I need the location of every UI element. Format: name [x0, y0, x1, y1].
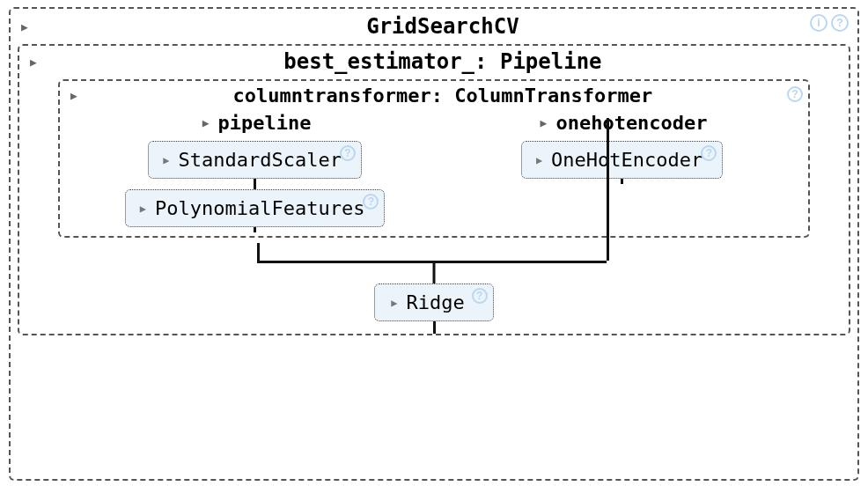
- gridsearch-title-row: ▶ GridSearchCV: [18, 14, 850, 39]
- pipeline-column: ▶ pipeline ▶ StandardScaler ? ▶ Polynomi…: [67, 112, 443, 232]
- expand-caret-icon[interactable]: ▶: [536, 154, 542, 166]
- gridsearchcv-block: i ? ▶ GridSearchCV ▶ best_estimator_: Pi…: [9, 7, 859, 481]
- expand-caret-icon[interactable]: ▶: [202, 116, 210, 129]
- expand-caret-icon[interactable]: ▶: [541, 116, 548, 129]
- standardscaler-box[interactable]: ▶ StandardScaler ?: [148, 141, 362, 179]
- columntransformer-block: ? ▶ columntransformer: ColumnTransformer…: [58, 79, 810, 238]
- best-estimator-title-row: ▶ best_estimator_: Pipeline: [26, 49, 842, 74]
- gridsearch-title: GridSearchCV: [35, 14, 850, 39]
- onehotencoder-column: ▶ onehotencoder ▶ OneHotEncoder ?: [443, 112, 801, 184]
- connector-merge: [58, 243, 810, 289]
- expand-caret-icon[interactable]: ▶: [140, 202, 146, 215]
- onehotencoder-label: OneHotEncoder: [551, 149, 702, 171]
- expand-caret-icon[interactable]: ▶: [30, 55, 37, 69]
- connector-line: [254, 227, 256, 232]
- onehot-header-row: ▶ onehotencoder: [443, 112, 801, 134]
- ct-title-row: ▶ columntransformer: ColumnTransformer: [67, 85, 801, 107]
- best-estimator-title: best_estimator_: Pipeline: [44, 49, 842, 74]
- help-icon[interactable]: ?: [472, 288, 488, 304]
- help-icon[interactable]: ?: [701, 145, 717, 161]
- pipeline-header-row: ▶ pipeline: [67, 112, 443, 134]
- polynomialfeatures-box[interactable]: ▶ PolynomialFeatures ?: [125, 189, 386, 227]
- help-icon[interactable]: ?: [363, 194, 379, 210]
- ridge-row: ▶ Ridge ?: [26, 284, 842, 321]
- expand-caret-icon[interactable]: ▶: [70, 89, 77, 102]
- connector-line: [621, 179, 623, 184]
- standardscaler-label: StandardScaler: [178, 149, 341, 171]
- connector-line: [607, 118, 609, 261]
- tail-connector: [26, 321, 842, 334]
- gridsearch-help-icons: i ?: [810, 14, 849, 32]
- ct-columns: ▶ pipeline ▶ StandardScaler ? ▶ Polynomi…: [67, 112, 801, 232]
- onehotencoder-box[interactable]: ▶ OneHotEncoder ?: [521, 141, 723, 179]
- onehot-header-label: onehotencoder: [555, 112, 707, 134]
- connector-line: [254, 179, 256, 189]
- best-estimator-block: ▶ best_estimator_: Pipeline ? ▶ columntr…: [18, 44, 850, 335]
- expand-caret-icon[interactable]: ▶: [391, 297, 397, 309]
- ridge-label: Ridge: [407, 291, 465, 313]
- connector-line: [433, 321, 436, 334]
- pipeline-header-label: pipeline: [218, 112, 312, 134]
- connector-line: [257, 243, 260, 261]
- ct-help-icons: ?: [787, 85, 803, 102]
- info-icon[interactable]: i: [810, 14, 828, 32]
- ridge-box[interactable]: ▶ Ridge ?: [374, 284, 493, 321]
- ct-title: columntransformer: ColumnTransformer: [85, 85, 801, 107]
- help-icon[interactable]: ?: [340, 145, 356, 161]
- polynomialfeatures-label: PolynomialFeatures: [155, 197, 364, 219]
- help-icon[interactable]: ?: [787, 86, 803, 102]
- expand-caret-icon[interactable]: ▶: [163, 154, 169, 166]
- expand-caret-icon[interactable]: ▶: [21, 20, 28, 33]
- help-icon[interactable]: ?: [831, 14, 849, 32]
